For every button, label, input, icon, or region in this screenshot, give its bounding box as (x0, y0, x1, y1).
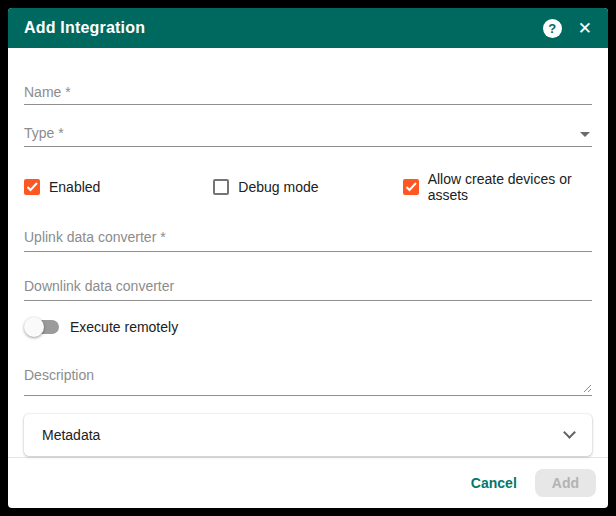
execute-remotely-toggle-row[interactable]: Execute remotely (24, 317, 592, 337)
close-icon[interactable]: ✕ (578, 20, 592, 37)
dialog-content: Name * Type * Enabled Debug mode (8, 48, 608, 457)
toggle-thumb[interactable] (24, 317, 44, 337)
dropdown-arrow-icon (580, 132, 590, 137)
add-button[interactable]: Add (535, 469, 596, 497)
metadata-panel-label: Metadata (42, 427, 100, 443)
checkbox-box[interactable] (403, 179, 419, 195)
downlink-converter-field[interactable]: Downlink data converter (24, 278, 592, 301)
checkbox-box[interactable] (24, 179, 40, 195)
name-field-label: Name * (24, 84, 592, 100)
dialog-title: Add Integration (24, 19, 543, 37)
uplink-converter-label: Uplink data converter * (24, 229, 592, 245)
allow-create-devices-checkbox[interactable]: Allow create devices or assets (403, 171, 592, 203)
chevron-down-icon (563, 426, 576, 439)
checkbox-box[interactable] (213, 179, 229, 195)
checkbox-row: Enabled Debug mode Allow create devices … (24, 171, 592, 203)
type-select-label: Type * (24, 125, 64, 141)
checkmark-icon (26, 182, 38, 192)
description-label: Description (24, 367, 592, 383)
resize-handle-icon[interactable] (583, 384, 592, 393)
dialog-actions: Cancel Add (8, 457, 608, 508)
checkbox-label: Enabled (49, 179, 100, 195)
cancel-button[interactable]: Cancel (461, 469, 527, 497)
debug-mode-checkbox[interactable]: Debug mode (213, 171, 402, 203)
help-icon[interactable]: ? (543, 19, 562, 38)
uplink-converter-field[interactable]: Uplink data converter * (24, 229, 592, 252)
toggle-label: Execute remotely (70, 319, 178, 335)
name-field[interactable]: Name * (24, 84, 592, 105)
dialog-header: Add Integration ? ✕ (8, 8, 608, 48)
type-select[interactable]: Type * (24, 125, 592, 147)
checkmark-icon (405, 182, 417, 192)
checkbox-label: Allow create devices or assets (428, 171, 592, 203)
downlink-converter-label: Downlink data converter (24, 278, 592, 294)
toggle-switch[interactable] (24, 317, 60, 337)
enabled-checkbox[interactable]: Enabled (24, 171, 213, 203)
add-integration-dialog: Add Integration ? ✕ Name * Type * Enable… (8, 8, 608, 508)
description-textarea[interactable]: Description (24, 367, 592, 396)
metadata-expansion-panel[interactable]: Metadata (24, 414, 592, 456)
checkbox-label: Debug mode (238, 179, 318, 195)
